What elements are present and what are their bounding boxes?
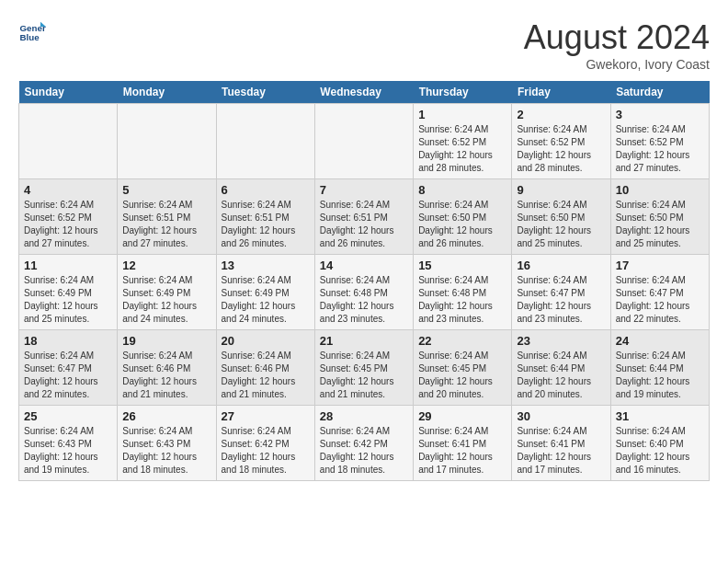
- logo-icon: General Blue: [18, 18, 46, 46]
- day-number: 1: [418, 108, 506, 121]
- calendar-week-1: 1Sunrise: 6:24 AM Sunset: 6:52 PM Daylig…: [19, 104, 710, 179]
- calendar-cell: 31Sunrise: 6:24 AM Sunset: 6:40 PM Dayli…: [610, 406, 709, 481]
- day-number: 5: [122, 183, 210, 197]
- weekday-header-saturday: Saturday: [610, 81, 709, 104]
- calendar-cell: 29Sunrise: 6:24 AM Sunset: 6:41 PM Dayli…: [414, 406, 512, 481]
- title-block: August 2024 Gwekoro, Ivory Coast: [524, 18, 710, 72]
- calendar-cell: 14Sunrise: 6:24 AM Sunset: 6:48 PM Dayli…: [314, 255, 413, 330]
- calendar-cell: 25Sunrise: 6:24 AM Sunset: 6:43 PM Dayli…: [19, 406, 118, 481]
- weekday-header-monday: Monday: [118, 81, 216, 104]
- day-info: Sunrise: 6:24 AM Sunset: 6:47 PM Dayligh…: [24, 350, 112, 401]
- day-number: 9: [517, 183, 605, 197]
- calendar-cell: 24Sunrise: 6:24 AM Sunset: 6:44 PM Dayli…: [610, 330, 709, 406]
- calendar-cell: 30Sunrise: 6:24 AM Sunset: 6:41 PM Dayli…: [512, 406, 610, 481]
- day-info: Sunrise: 6:24 AM Sunset: 6:52 PM Dayligh…: [517, 123, 605, 175]
- page-header: General Blue August 2024 Gwekoro, Ivory …: [18, 18, 710, 72]
- day-info: Sunrise: 6:24 AM Sunset: 6:44 PM Dayligh…: [517, 350, 605, 401]
- calendar-cell: 11Sunrise: 6:24 AM Sunset: 6:49 PM Dayli…: [19, 255, 118, 330]
- day-info: Sunrise: 6:24 AM Sunset: 6:43 PM Dayligh…: [24, 425, 112, 477]
- day-number: 20: [222, 334, 310, 348]
- day-info: Sunrise: 6:24 AM Sunset: 6:51 PM Dayligh…: [222, 199, 310, 250]
- calendar-cell: 10Sunrise: 6:24 AM Sunset: 6:50 PM Dayli…: [610, 179, 709, 255]
- day-number: 30: [517, 409, 605, 423]
- day-number: 24: [616, 334, 704, 348]
- calendar-cell: [216, 104, 314, 179]
- day-info: Sunrise: 6:24 AM Sunset: 6:52 PM Dayligh…: [24, 199, 112, 250]
- day-number: 10: [616, 183, 704, 197]
- day-info: Sunrise: 6:24 AM Sunset: 6:47 PM Dayligh…: [517, 274, 605, 326]
- day-number: 26: [122, 409, 210, 423]
- calendar-cell: 4Sunrise: 6:24 AM Sunset: 6:52 PM Daylig…: [19, 179, 118, 255]
- day-number: 21: [320, 334, 408, 348]
- day-info: Sunrise: 6:24 AM Sunset: 6:46 PM Dayligh…: [222, 350, 310, 401]
- day-info: Sunrise: 6:24 AM Sunset: 6:41 PM Dayligh…: [418, 425, 506, 477]
- calendar-cell: 3Sunrise: 6:24 AM Sunset: 6:52 PM Daylig…: [610, 104, 709, 179]
- calendar-cell: 17Sunrise: 6:24 AM Sunset: 6:47 PM Dayli…: [610, 255, 709, 330]
- day-number: 11: [24, 259, 112, 272]
- day-number: 18: [24, 334, 112, 348]
- calendar-week-2: 4Sunrise: 6:24 AM Sunset: 6:52 PM Daylig…: [19, 179, 710, 255]
- day-info: Sunrise: 6:24 AM Sunset: 6:49 PM Dayligh…: [24, 274, 112, 326]
- calendar-cell: 6Sunrise: 6:24 AM Sunset: 6:51 PM Daylig…: [216, 179, 314, 255]
- day-info: Sunrise: 6:24 AM Sunset: 6:51 PM Dayligh…: [320, 199, 408, 250]
- weekday-header-friday: Friday: [512, 81, 610, 104]
- calendar-cell: 8Sunrise: 6:24 AM Sunset: 6:50 PM Daylig…: [414, 179, 512, 255]
- day-info: Sunrise: 6:24 AM Sunset: 6:40 PM Dayligh…: [616, 425, 704, 477]
- day-number: 15: [418, 259, 506, 272]
- calendar-cell: [314, 104, 413, 179]
- day-info: Sunrise: 6:24 AM Sunset: 6:50 PM Dayligh…: [418, 199, 506, 250]
- day-number: 22: [418, 334, 506, 348]
- calendar-table: SundayMondayTuesdayWednesdayThursdayFrid…: [18, 81, 710, 481]
- day-number: 23: [517, 334, 605, 348]
- calendar-cell: 13Sunrise: 6:24 AM Sunset: 6:49 PM Dayli…: [216, 255, 314, 330]
- day-info: Sunrise: 6:24 AM Sunset: 6:43 PM Dayligh…: [122, 425, 210, 477]
- day-number: 14: [320, 259, 408, 272]
- calendar-cell: 26Sunrise: 6:24 AM Sunset: 6:43 PM Dayli…: [118, 406, 216, 481]
- day-number: 19: [122, 334, 210, 348]
- calendar-cell: 19Sunrise: 6:24 AM Sunset: 6:46 PM Dayli…: [118, 330, 216, 406]
- day-number: 16: [517, 259, 605, 272]
- calendar-header: SundayMondayTuesdayWednesdayThursdayFrid…: [19, 81, 710, 104]
- day-info: Sunrise: 6:24 AM Sunset: 6:41 PM Dayligh…: [517, 425, 605, 477]
- calendar-cell: 16Sunrise: 6:24 AM Sunset: 6:47 PM Dayli…: [512, 255, 610, 330]
- day-number: 13: [222, 259, 310, 272]
- calendar-week-3: 11Sunrise: 6:24 AM Sunset: 6:49 PM Dayli…: [19, 255, 710, 330]
- day-info: Sunrise: 6:24 AM Sunset: 6:49 PM Dayligh…: [122, 274, 210, 326]
- weekday-header-sunday: Sunday: [19, 81, 118, 104]
- calendar-cell: 21Sunrise: 6:24 AM Sunset: 6:45 PM Dayli…: [314, 330, 413, 406]
- location-subtitle: Gwekoro, Ivory Coast: [524, 57, 710, 72]
- day-number: 6: [222, 183, 310, 197]
- day-number: 3: [616, 108, 704, 121]
- calendar-cell: [118, 104, 216, 179]
- calendar-week-5: 25Sunrise: 6:24 AM Sunset: 6:43 PM Dayli…: [19, 406, 710, 481]
- day-number: 25: [24, 409, 112, 423]
- day-info: Sunrise: 6:24 AM Sunset: 6:45 PM Dayligh…: [418, 350, 506, 401]
- calendar-cell: 12Sunrise: 6:24 AM Sunset: 6:49 PM Dayli…: [118, 255, 216, 330]
- weekday-header-thursday: Thursday: [414, 81, 512, 104]
- calendar-cell: 20Sunrise: 6:24 AM Sunset: 6:46 PM Dayli…: [216, 330, 314, 406]
- weekday-header-tuesday: Tuesday: [216, 81, 314, 104]
- day-number: 8: [418, 183, 506, 197]
- weekday-header-wednesday: Wednesday: [314, 81, 413, 104]
- calendar-cell: 2Sunrise: 6:24 AM Sunset: 6:52 PM Daylig…: [512, 104, 610, 179]
- day-number: 7: [320, 183, 408, 197]
- day-info: Sunrise: 6:24 AM Sunset: 6:44 PM Dayligh…: [616, 350, 704, 401]
- logo: General Blue: [18, 18, 46, 46]
- day-number: 29: [418, 409, 506, 423]
- calendar-cell: 18Sunrise: 6:24 AM Sunset: 6:47 PM Dayli…: [19, 330, 118, 406]
- calendar-week-4: 18Sunrise: 6:24 AM Sunset: 6:47 PM Dayli…: [19, 330, 710, 406]
- calendar-cell: 5Sunrise: 6:24 AM Sunset: 6:51 PM Daylig…: [118, 179, 216, 255]
- day-info: Sunrise: 6:24 AM Sunset: 6:52 PM Dayligh…: [418, 123, 506, 175]
- day-info: Sunrise: 6:24 AM Sunset: 6:52 PM Dayligh…: [616, 123, 704, 175]
- calendar-body: 1Sunrise: 6:24 AM Sunset: 6:52 PM Daylig…: [19, 104, 710, 481]
- calendar-cell: 23Sunrise: 6:24 AM Sunset: 6:44 PM Dayli…: [512, 330, 610, 406]
- calendar-cell: 22Sunrise: 6:24 AM Sunset: 6:45 PM Dayli…: [414, 330, 512, 406]
- day-number: 27: [222, 409, 310, 423]
- calendar-cell: 15Sunrise: 6:24 AM Sunset: 6:48 PM Dayli…: [414, 255, 512, 330]
- calendar-cell: 1Sunrise: 6:24 AM Sunset: 6:52 PM Daylig…: [414, 104, 512, 179]
- day-info: Sunrise: 6:24 AM Sunset: 6:47 PM Dayligh…: [616, 274, 704, 326]
- day-number: 17: [616, 259, 704, 272]
- svg-text:Blue: Blue: [20, 32, 40, 42]
- day-info: Sunrise: 6:24 AM Sunset: 6:48 PM Dayligh…: [320, 274, 408, 326]
- calendar-cell: [19, 104, 118, 179]
